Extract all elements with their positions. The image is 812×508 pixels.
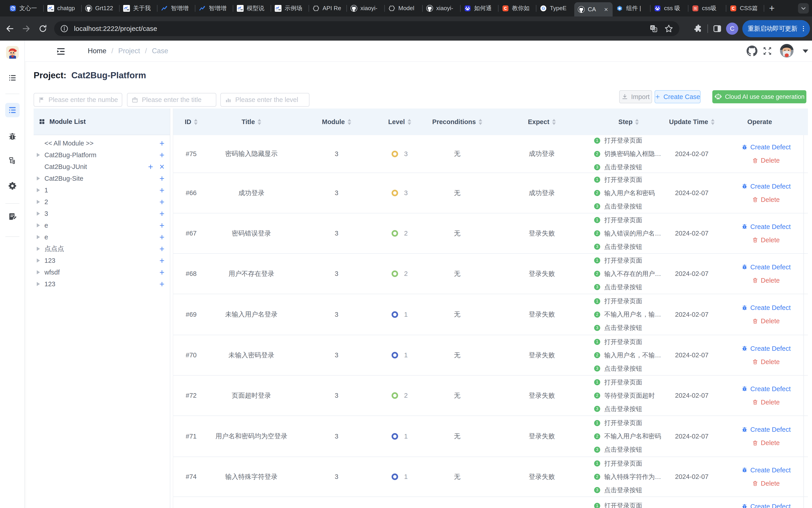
browser-tab[interactable]: 示例场 [271, 0, 309, 16]
side-panel-icon[interactable] [713, 24, 722, 33]
browser-tab[interactable]: CA × [574, 2, 612, 16]
create-defect-link[interactable]: Create Defect [741, 263, 791, 271]
add-module-icon[interactable]: + [160, 151, 164, 159]
translate-icon[interactable]: G 文 [649, 24, 658, 33]
sidebar-item-project-list[interactable] [0, 74, 25, 82]
site-info-icon[interactable] [60, 25, 69, 33]
add-module-icon[interactable]: + [148, 163, 153, 171]
table-row[interactable]: #69 未输入用户名登录 3 1 无 登录失败 1 打开登录页面 2 不输入用户… [173, 294, 808, 335]
table-row[interactable]: #66 成功登录 3 3 无 成功登录 1 打开登录页面 2 输入用户名和密码 … [173, 173, 808, 213]
expand-caret-icon[interactable] [37, 282, 44, 286]
create-defect-link[interactable]: Create Defect [741, 304, 791, 311]
expand-caret-icon[interactable] [37, 270, 44, 274]
delete-link[interactable]: Delete [752, 439, 780, 447]
browser-tab[interactable]: Grt122 [82, 0, 120, 16]
expand-caret-icon[interactable] [37, 235, 44, 239]
kebab-menu-icon[interactable] [800, 25, 807, 33]
filter-title-input[interactable] [127, 93, 216, 107]
delete-link[interactable]: Delete [752, 196, 780, 204]
sort-carets-icon[interactable] [408, 119, 411, 125]
create-defect-link[interactable]: Create Defect [741, 345, 791, 352]
add-module-icon[interactable]: + [160, 210, 164, 217]
address-bar[interactable]: localhost:2222/project/case G 文 [54, 21, 679, 36]
expand-caret-icon[interactable] [37, 223, 44, 227]
expand-caret-icon[interactable] [37, 141, 44, 145]
browser-tab[interactable]: 文心一 [6, 0, 44, 16]
github-link[interactable] [746, 46, 758, 56]
filter-level-input[interactable] [220, 93, 309, 107]
add-module-icon[interactable]: + [160, 268, 164, 276]
expand-caret-icon[interactable] [37, 188, 44, 192]
bookmark-star-icon[interactable] [664, 24, 674, 33]
cloud-ai-generate-button[interactable]: Cloud AI use case generation [712, 90, 806, 103]
add-module-icon[interactable]: + [160, 198, 164, 206]
extensions-icon[interactable] [693, 24, 703, 33]
table-row[interactable]: #74 输入特殊字符登录 3 1 无 登录失败 1 打开登录页面 2 输入特殊字… [173, 457, 808, 497]
app-logo[interactable] [6, 46, 19, 59]
browser-tab[interactable]: 智增增 [158, 0, 195, 16]
browser-tab[interactable]: CSS篇 [726, 0, 764, 16]
add-module-icon[interactable]: + [160, 175, 164, 182]
browser-tab[interactable]: 模型说 [233, 0, 271, 16]
breadcrumb-project[interactable]: Project [118, 47, 140, 55]
breadcrumb-case[interactable]: Case [152, 47, 168, 55]
table-column-header[interactable]: Preconditions [420, 109, 495, 135]
delete-link[interactable]: Delete [752, 398, 780, 406]
module-tree-item[interactable]: Cat2Bug-Platform + [34, 149, 170, 161]
delete-link[interactable]: Delete [752, 157, 780, 164]
sidebar-item-defect[interactable] [0, 132, 25, 141]
add-module-icon[interactable]: + [160, 221, 164, 229]
level-input-field[interactable] [235, 96, 305, 103]
module-tree-item[interactable]: wfsdf + [34, 266, 170, 278]
sidebar-item-report[interactable] [0, 212, 25, 221]
module-tree-item[interactable]: << All Module >> + [34, 137, 170, 149]
filter-number-input[interactable] [34, 93, 122, 107]
tab-search-button[interactable] [798, 3, 809, 13]
table-column-header[interactable]: ID [173, 109, 209, 135]
table-column-header[interactable]: Operate [716, 109, 804, 135]
browser-tab[interactable]: 简 css吸 [688, 0, 726, 16]
expand-caret-icon[interactable] [37, 165, 44, 169]
browser-tab[interactable]: G TypeE [537, 0, 574, 16]
add-module-icon[interactable]: + [160, 245, 164, 253]
browser-tab[interactable]: xiaoyi- [423, 0, 461, 16]
table-column-header[interactable]: Update Time [668, 109, 716, 135]
remove-module-icon[interactable]: × [160, 163, 164, 171]
expand-caret-icon[interactable] [37, 176, 44, 180]
table-row[interactable]: 1 打开登录页面 Create Defect [173, 497, 808, 508]
table-column-header[interactable]: Title [209, 109, 294, 135]
sort-carets-icon[interactable] [635, 119, 639, 125]
table-row[interactable]: #72 页面超时登录 3 2 无 登录失败 1 打开登录页面 2 等待登录页面超… [173, 376, 808, 416]
expand-caret-icon[interactable] [37, 212, 44, 216]
user-avatar[interactable] [780, 44, 794, 57]
module-tree-item[interactable]: 123 + [34, 255, 170, 266]
browser-tab[interactable]: 如何通 [461, 0, 499, 16]
create-defect-link[interactable]: Create Defect [741, 426, 791, 433]
browser-tab[interactable]: xiaoyi- [347, 0, 385, 16]
module-tree-item[interactable]: Cat2Bug-Site + [34, 173, 170, 184]
breadcrumb-home[interactable]: Home [88, 47, 106, 55]
table-row[interactable]: #70 未输入密码登录 3 1 无 登录失败 1 打开登录页面 2 输入用户名，… [173, 335, 808, 376]
tab-close-icon[interactable]: × [603, 6, 609, 13]
table-column-header[interactable]: Level [379, 109, 420, 135]
user-menu-caret[interactable] [802, 49, 809, 54]
sort-carets-icon[interactable] [258, 119, 261, 125]
module-tree-item[interactable]: 123 + [34, 278, 170, 290]
browser-tab[interactable]: 智增增 [195, 0, 233, 16]
table-row[interactable]: #71 用户名和密码均为空登录 3 1 无 登录失败 1 打开登录页面 2 不输… [173, 416, 808, 457]
create-defect-link[interactable]: Create Defect [741, 183, 791, 190]
sort-carets-icon[interactable] [711, 119, 715, 125]
create-defect-link[interactable]: Create Defect [741, 503, 791, 508]
browser-tab[interactable]: 关于我 [120, 0, 158, 16]
new-tab-button[interactable]: + [766, 2, 778, 15]
fullscreen-button[interactable] [762, 46, 772, 56]
table-row[interactable]: #67 密码错误登录 3 2 无 登录失败 1 打开登录页面 2 输入错误的用户… [173, 213, 808, 254]
module-tree-item[interactable]: 3 + [34, 208, 170, 219]
table-column-header[interactable]: Expect [495, 109, 589, 135]
collapse-sidebar-button[interactable] [54, 45, 68, 58]
module-tree-item[interactable]: 1 + [34, 184, 170, 196]
expand-caret-icon[interactable] [37, 153, 44, 157]
delete-link[interactable]: Delete [752, 480, 780, 487]
delete-link[interactable]: Delete [752, 358, 780, 366]
delete-link[interactable]: Delete [752, 318, 780, 325]
